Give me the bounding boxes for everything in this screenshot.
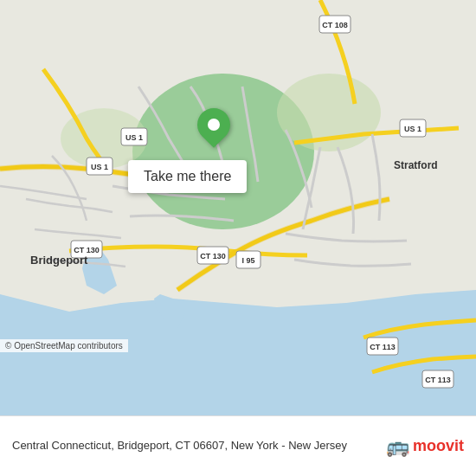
svg-text:CT 113: CT 113 bbox=[370, 343, 396, 351]
osm-attribution: © OpenStreetMap contributors bbox=[0, 339, 128, 352]
info-bar: Central Connecticut, Bridgeport, CT 0660… bbox=[0, 415, 476, 476]
svg-text:I 95: I 95 bbox=[241, 256, 254, 265]
attribution-text: © OpenStreetMap contributors bbox=[5, 341, 123, 351]
moovit-logo-icon: 🚌 moovit bbox=[386, 435, 464, 458]
svg-text:US 1: US 1 bbox=[125, 133, 143, 142]
svg-text:CT 108: CT 108 bbox=[322, 21, 348, 29]
map-svg: US 1 US 1 US 1 CT 108 CT 130 CT 130 I 95… bbox=[0, 0, 476, 415]
location-pin-icon bbox=[197, 108, 230, 141]
svg-text:US 1: US 1 bbox=[404, 125, 421, 133]
svg-text:CT 130: CT 130 bbox=[200, 252, 226, 261]
moovit-brand-icon: 🚌 bbox=[386, 435, 409, 458]
moovit-text: moovit bbox=[413, 437, 464, 455]
address-label: Central Connecticut, Bridgeport, CT 0660… bbox=[12, 438, 377, 453]
take-me-there-button[interactable]: Take me there bbox=[128, 160, 247, 193]
svg-text:CT 113: CT 113 bbox=[425, 376, 451, 384]
svg-text:Bridgeport: Bridgeport bbox=[30, 254, 88, 267]
svg-text:Stratford: Stratford bbox=[394, 159, 438, 171]
svg-text:US 1: US 1 bbox=[91, 163, 108, 171]
map-view: US 1 US 1 US 1 CT 108 CT 130 CT 130 I 95… bbox=[0, 0, 476, 415]
